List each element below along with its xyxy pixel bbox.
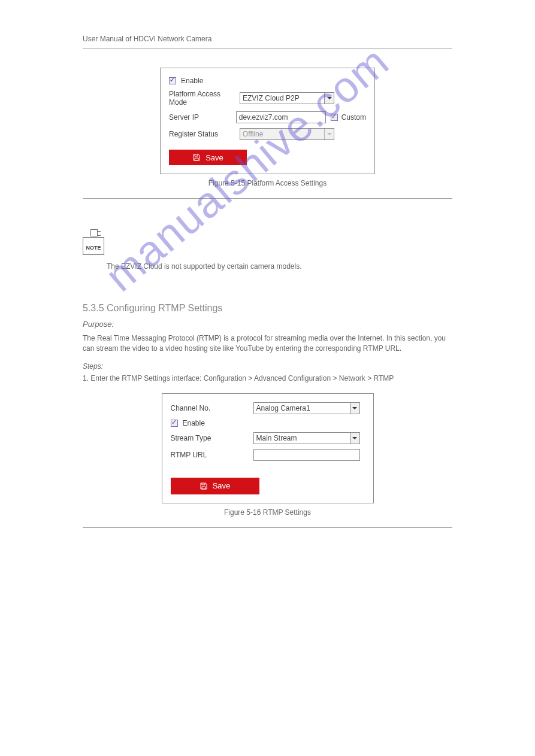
section-heading: 5.3.5 Configuring RTMP Settings: [83, 303, 452, 314]
platform-access-panel: Enable Platform Access Mode EZVIZ Cloud …: [160, 68, 375, 174]
rtmp-save-label: Save: [213, 481, 231, 490]
save-button[interactable]: Save: [169, 150, 247, 165]
rtmp-url-label: RTMP URL: [171, 451, 253, 459]
server-ip-value: dev.ezviz7.com: [239, 113, 288, 122]
rtmp-url-input[interactable]: [253, 449, 360, 461]
platform-mode-value: EZVIZ Cloud P2P: [240, 94, 324, 102]
platform-mode-label: Platform Access Mode: [169, 90, 240, 107]
save-label: Save: [205, 153, 223, 162]
rtmp-save-button[interactable]: Save: [171, 478, 259, 494]
server-ip-label: Server IP: [169, 113, 236, 122]
step-1: 1. Enter the RTMP Settings interface: Co…: [83, 374, 452, 382]
channel-no-value: Analog Camera1: [254, 404, 350, 412]
figure-caption-2: Figure 5-16 RTMP Settings: [0, 508, 535, 517]
rtmp-description: The Real Time Messaging Protocol (RTMP) …: [83, 333, 452, 354]
chevron-down-icon: [350, 403, 359, 414]
note-paragraph: The EZVIZ Cloud is not supported by cert…: [107, 262, 452, 271]
server-ip-input[interactable]: dev.ezviz7.com: [236, 111, 326, 123]
save-icon: [200, 482, 208, 490]
custom-checkbox[interactable]: [331, 114, 338, 121]
divider-bottom: [83, 527, 452, 528]
save-icon: [192, 153, 201, 162]
register-status-label: Register Status: [169, 130, 240, 138]
rtmp-panel: Channel No. Analog Camera1 Enable Stream…: [162, 393, 374, 503]
divider-mid-1: [83, 198, 452, 199]
stream-type-value: Main Stream: [254, 434, 350, 442]
svg-marker-0: [327, 97, 332, 99]
enable-checkbox[interactable]: [169, 77, 176, 84]
chevron-down-icon: [324, 129, 334, 139]
svg-marker-1: [327, 133, 332, 135]
stream-type-label: Stream Type: [171, 434, 253, 442]
rtmp-enable-label: Enable: [183, 419, 205, 427]
enable-label: Enable: [181, 77, 203, 85]
divider-top: [83, 48, 452, 48]
rtmp-enable-checkbox[interactable]: [171, 420, 178, 427]
register-status-select: Offline: [240, 128, 334, 140]
channel-no-label: Channel No.: [171, 404, 253, 412]
chevron-down-icon: [324, 93, 334, 104]
steps-label: Steps:: [83, 362, 452, 371]
purpose-label: Purpose:: [83, 320, 452, 329]
custom-label: Custom: [341, 113, 366, 122]
register-status-value: Offline: [240, 130, 324, 138]
stream-type-select[interactable]: Main Stream: [253, 432, 360, 444]
channel-no-select[interactable]: Analog Camera1: [253, 402, 360, 414]
header-title: User Manual of HDCVI Network Camera: [83, 35, 211, 43]
platform-mode-select[interactable]: EZVIZ Cloud P2P: [240, 92, 334, 104]
camera-tiny-icon: [90, 229, 98, 236]
note-icon: NOTE: [83, 237, 104, 255]
svg-marker-3: [352, 437, 357, 439]
figure-caption-1: Figure 5-15 Platform Access Settings: [0, 179, 535, 187]
svg-marker-2: [352, 407, 357, 409]
note-text: NOTE: [83, 245, 104, 251]
chevron-down-icon: [350, 433, 359, 444]
